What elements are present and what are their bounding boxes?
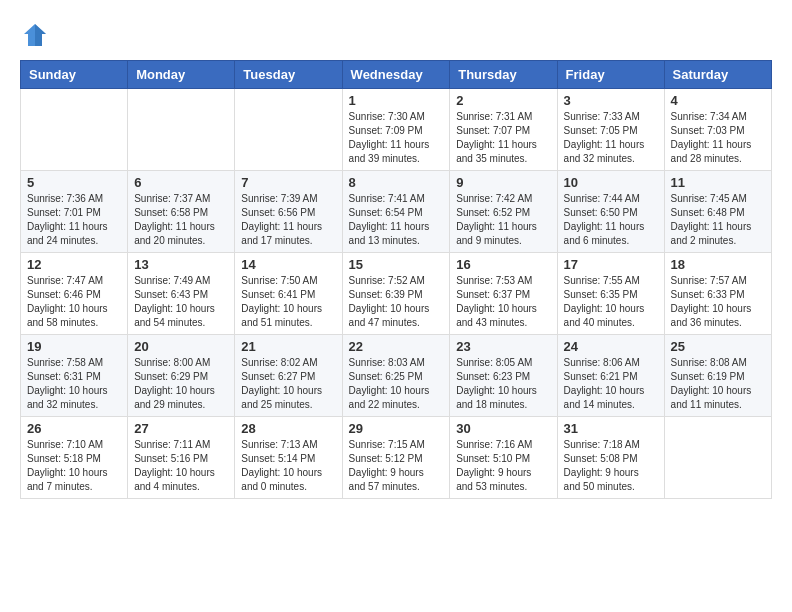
weekday-header-monday: Monday — [128, 61, 235, 89]
day-number: 17 — [564, 257, 658, 272]
weekday-header-saturday: Saturday — [664, 61, 771, 89]
calendar-cell: 15Sunrise: 7:52 AM Sunset: 6:39 PM Dayli… — [342, 253, 450, 335]
day-number: 8 — [349, 175, 444, 190]
calendar-cell — [128, 89, 235, 171]
day-number: 30 — [456, 421, 550, 436]
calendar-cell: 24Sunrise: 8:06 AM Sunset: 6:21 PM Dayli… — [557, 335, 664, 417]
day-number: 5 — [27, 175, 121, 190]
weekday-header-friday: Friday — [557, 61, 664, 89]
day-number: 13 — [134, 257, 228, 272]
day-number: 26 — [27, 421, 121, 436]
day-info: Sunrise: 7:30 AM Sunset: 7:09 PM Dayligh… — [349, 110, 444, 166]
day-info: Sunrise: 8:05 AM Sunset: 6:23 PM Dayligh… — [456, 356, 550, 412]
day-info: Sunrise: 7:58 AM Sunset: 6:31 PM Dayligh… — [27, 356, 121, 412]
calendar-cell: 16Sunrise: 7:53 AM Sunset: 6:37 PM Dayli… — [450, 253, 557, 335]
calendar-cell: 9Sunrise: 7:42 AM Sunset: 6:52 PM Daylig… — [450, 171, 557, 253]
day-info: Sunrise: 7:16 AM Sunset: 5:10 PM Dayligh… — [456, 438, 550, 494]
day-number: 12 — [27, 257, 121, 272]
day-number: 2 — [456, 93, 550, 108]
calendar: SundayMondayTuesdayWednesdayThursdayFrid… — [20, 60, 772, 499]
day-number: 10 — [564, 175, 658, 190]
day-info: Sunrise: 7:11 AM Sunset: 5:16 PM Dayligh… — [134, 438, 228, 494]
day-number: 6 — [134, 175, 228, 190]
day-number: 28 — [241, 421, 335, 436]
day-info: Sunrise: 7:49 AM Sunset: 6:43 PM Dayligh… — [134, 274, 228, 330]
calendar-cell: 22Sunrise: 8:03 AM Sunset: 6:25 PM Dayli… — [342, 335, 450, 417]
page-header — [20, 20, 772, 50]
day-info: Sunrise: 8:02 AM Sunset: 6:27 PM Dayligh… — [241, 356, 335, 412]
day-number: 27 — [134, 421, 228, 436]
calendar-cell: 13Sunrise: 7:49 AM Sunset: 6:43 PM Dayli… — [128, 253, 235, 335]
day-number: 24 — [564, 339, 658, 354]
day-number: 16 — [456, 257, 550, 272]
day-info: Sunrise: 8:03 AM Sunset: 6:25 PM Dayligh… — [349, 356, 444, 412]
calendar-cell: 17Sunrise: 7:55 AM Sunset: 6:35 PM Dayli… — [557, 253, 664, 335]
day-number: 18 — [671, 257, 765, 272]
day-number: 9 — [456, 175, 550, 190]
weekday-header-sunday: Sunday — [21, 61, 128, 89]
day-info: Sunrise: 7:39 AM Sunset: 6:56 PM Dayligh… — [241, 192, 335, 248]
logo — [20, 20, 54, 50]
svg-marker-1 — [35, 24, 46, 46]
calendar-cell: 26Sunrise: 7:10 AM Sunset: 5:18 PM Dayli… — [21, 417, 128, 499]
day-info: Sunrise: 7:42 AM Sunset: 6:52 PM Dayligh… — [456, 192, 550, 248]
day-info: Sunrise: 7:47 AM Sunset: 6:46 PM Dayligh… — [27, 274, 121, 330]
calendar-cell: 6Sunrise: 7:37 AM Sunset: 6:58 PM Daylig… — [128, 171, 235, 253]
day-info: Sunrise: 7:52 AM Sunset: 6:39 PM Dayligh… — [349, 274, 444, 330]
day-info: Sunrise: 7:55 AM Sunset: 6:35 PM Dayligh… — [564, 274, 658, 330]
calendar-cell: 10Sunrise: 7:44 AM Sunset: 6:50 PM Dayli… — [557, 171, 664, 253]
day-number: 21 — [241, 339, 335, 354]
day-info: Sunrise: 7:36 AM Sunset: 7:01 PM Dayligh… — [27, 192, 121, 248]
calendar-cell: 4Sunrise: 7:34 AM Sunset: 7:03 PM Daylig… — [664, 89, 771, 171]
day-number: 1 — [349, 93, 444, 108]
calendar-cell: 31Sunrise: 7:18 AM Sunset: 5:08 PM Dayli… — [557, 417, 664, 499]
calendar-cell: 18Sunrise: 7:57 AM Sunset: 6:33 PM Dayli… — [664, 253, 771, 335]
day-info: Sunrise: 7:37 AM Sunset: 6:58 PM Dayligh… — [134, 192, 228, 248]
day-number: 19 — [27, 339, 121, 354]
day-number: 7 — [241, 175, 335, 190]
day-number: 15 — [349, 257, 444, 272]
calendar-cell: 5Sunrise: 7:36 AM Sunset: 7:01 PM Daylig… — [21, 171, 128, 253]
day-number: 20 — [134, 339, 228, 354]
day-number: 25 — [671, 339, 765, 354]
calendar-cell: 2Sunrise: 7:31 AM Sunset: 7:07 PM Daylig… — [450, 89, 557, 171]
day-info: Sunrise: 7:45 AM Sunset: 6:48 PM Dayligh… — [671, 192, 765, 248]
calendar-cell — [21, 89, 128, 171]
day-info: Sunrise: 8:06 AM Sunset: 6:21 PM Dayligh… — [564, 356, 658, 412]
day-info: Sunrise: 7:50 AM Sunset: 6:41 PM Dayligh… — [241, 274, 335, 330]
calendar-cell: 12Sunrise: 7:47 AM Sunset: 6:46 PM Dayli… — [21, 253, 128, 335]
calendar-cell: 19Sunrise: 7:58 AM Sunset: 6:31 PM Dayli… — [21, 335, 128, 417]
calendar-cell: 28Sunrise: 7:13 AM Sunset: 5:14 PM Dayli… — [235, 417, 342, 499]
day-info: Sunrise: 7:33 AM Sunset: 7:05 PM Dayligh… — [564, 110, 658, 166]
day-info: Sunrise: 7:18 AM Sunset: 5:08 PM Dayligh… — [564, 438, 658, 494]
day-info: Sunrise: 7:34 AM Sunset: 7:03 PM Dayligh… — [671, 110, 765, 166]
day-number: 4 — [671, 93, 765, 108]
weekday-header-wednesday: Wednesday — [342, 61, 450, 89]
calendar-cell: 29Sunrise: 7:15 AM Sunset: 5:12 PM Dayli… — [342, 417, 450, 499]
calendar-cell: 21Sunrise: 8:02 AM Sunset: 6:27 PM Dayli… — [235, 335, 342, 417]
calendar-cell: 20Sunrise: 8:00 AM Sunset: 6:29 PM Dayli… — [128, 335, 235, 417]
calendar-cell: 30Sunrise: 7:16 AM Sunset: 5:10 PM Dayli… — [450, 417, 557, 499]
day-number: 23 — [456, 339, 550, 354]
day-info: Sunrise: 7:31 AM Sunset: 7:07 PM Dayligh… — [456, 110, 550, 166]
day-number: 22 — [349, 339, 444, 354]
day-info: Sunrise: 7:13 AM Sunset: 5:14 PM Dayligh… — [241, 438, 335, 494]
calendar-cell: 14Sunrise: 7:50 AM Sunset: 6:41 PM Dayli… — [235, 253, 342, 335]
calendar-cell: 11Sunrise: 7:45 AM Sunset: 6:48 PM Dayli… — [664, 171, 771, 253]
day-info: Sunrise: 8:08 AM Sunset: 6:19 PM Dayligh… — [671, 356, 765, 412]
calendar-cell — [235, 89, 342, 171]
day-number: 11 — [671, 175, 765, 190]
calendar-cell: 27Sunrise: 7:11 AM Sunset: 5:16 PM Dayli… — [128, 417, 235, 499]
day-info: Sunrise: 7:10 AM Sunset: 5:18 PM Dayligh… — [27, 438, 121, 494]
calendar-cell: 7Sunrise: 7:39 AM Sunset: 6:56 PM Daylig… — [235, 171, 342, 253]
calendar-cell: 1Sunrise: 7:30 AM Sunset: 7:09 PM Daylig… — [342, 89, 450, 171]
logo-icon — [20, 20, 50, 50]
weekday-header-tuesday: Tuesday — [235, 61, 342, 89]
calendar-cell — [664, 417, 771, 499]
day-info: Sunrise: 7:53 AM Sunset: 6:37 PM Dayligh… — [456, 274, 550, 330]
weekday-header-thursday: Thursday — [450, 61, 557, 89]
day-number: 14 — [241, 257, 335, 272]
day-info: Sunrise: 7:41 AM Sunset: 6:54 PM Dayligh… — [349, 192, 444, 248]
day-number: 3 — [564, 93, 658, 108]
calendar-cell: 8Sunrise: 7:41 AM Sunset: 6:54 PM Daylig… — [342, 171, 450, 253]
